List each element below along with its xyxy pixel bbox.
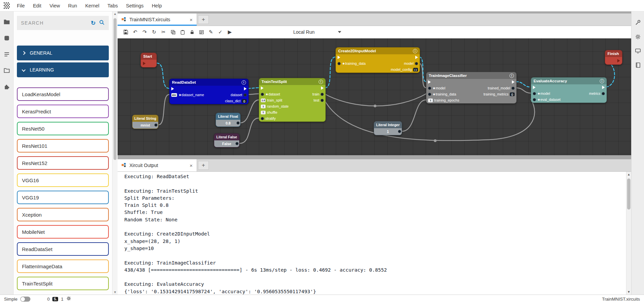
- port-flow-in[interactable]: [261, 86, 264, 90]
- xircuits-canvas[interactable]: Start Literal String mnist ReadDataSeti …: [118, 38, 631, 155]
- component-item[interactable]: MobileNet: [17, 225, 109, 239]
- notebook-icon[interactable]: [635, 62, 641, 70]
- port-flow-out[interactable]: [244, 87, 247, 90]
- port-type-dict[interactable]: {}: [510, 92, 515, 96]
- info-icon[interactable]: i: [319, 80, 323, 84]
- tab-trainmnist[interactable]: TrainMNIST.xircuits ×: [118, 13, 197, 26]
- node-create2dinputmodel[interactable]: Create2DInputModeli ★training_data model…: [336, 47, 420, 73]
- search-input[interactable]: SEARCH ↻: [17, 16, 109, 30]
- port-flow-out[interactable]: [143, 62, 146, 65]
- redo-icon[interactable]: ↷: [140, 27, 149, 37]
- port-flow-in[interactable]: [171, 87, 174, 90]
- port-type-tuple[interactable]: ( ): [413, 68, 418, 72]
- run-type-dropdown[interactable]: Local Run: [292, 29, 343, 35]
- file-browser-icon[interactable]: [3, 18, 10, 26]
- component-item[interactable]: ResNet152: [17, 156, 109, 170]
- save-icon[interactable]: [121, 27, 130, 37]
- port-in[interactable]: [261, 117, 264, 120]
- component-item[interactable]: VGG16: [17, 173, 109, 187]
- component-item[interactable]: ResNet50: [17, 122, 109, 135]
- scrollbar-thumb[interactable]: [627, 178, 630, 210]
- component-item[interactable]: KerasPredict: [17, 105, 109, 118]
- port-out[interactable]: [154, 123, 157, 127]
- new-tab-button[interactable]: +: [198, 161, 209, 170]
- component-item[interactable]: ReadDataSet: [17, 242, 109, 256]
- node-finish[interactable]: Finish: [605, 50, 622, 65]
- log-icon[interactable]: [197, 27, 206, 37]
- menu-item[interactable]: Run: [64, 0, 81, 11]
- tab-xircuit-output[interactable]: Xircuit Output ×: [118, 159, 197, 171]
- port-out[interactable]: [237, 121, 240, 125]
- port-out[interactable]: [244, 93, 247, 97]
- search-icon[interactable]: [99, 20, 105, 27]
- menu-item[interactable]: File: [13, 0, 29, 11]
- reload-icon[interactable]: ↻: [149, 27, 159, 37]
- node-traintestsplit[interactable]: TrainTestSpliti ★dataset train 1.0train_…: [259, 78, 326, 122]
- edit-icon[interactable]: ✎: [206, 27, 216, 37]
- port-flow-in[interactable]: [428, 80, 431, 84]
- scroll-down-icon[interactable]: ▼: [626, 290, 631, 294]
- console-scrollbar[interactable]: ▲ ▼: [626, 172, 631, 295]
- node-trainimageclassifier[interactable]: TrainImageClassifieri ★model trained_mod…: [426, 72, 517, 104]
- port-out[interactable]: [321, 99, 324, 102]
- xircuits-browser-icon[interactable]: [3, 67, 10, 74]
- paste-icon[interactable]: [178, 27, 187, 37]
- port-out[interactable]: [236, 142, 239, 145]
- left-panel-scrollbar[interactable]: ▲ ▼: [112, 11, 118, 295]
- node-evaluateaccuracy[interactable]: EvaluateAccuracyi ★model metrics ★eval_d…: [531, 77, 607, 103]
- port-out[interactable]: [321, 93, 324, 96]
- menu-item[interactable]: View: [45, 0, 64, 11]
- menu-item[interactable]: Help: [148, 0, 166, 11]
- port-flow-out[interactable]: [602, 86, 605, 89]
- scroll-up-icon[interactable]: ▲: [113, 12, 118, 16]
- port-flow-out[interactable]: [321, 86, 324, 90]
- node-readdataset[interactable]: ReadDataSeti abc★dataset_name dataset cl…: [169, 79, 249, 104]
- info-icon[interactable]: i: [242, 80, 246, 85]
- info-icon[interactable]: i: [510, 74, 514, 78]
- component-item[interactable]: Xception: [17, 208, 109, 221]
- close-icon[interactable]: ×: [190, 163, 193, 168]
- port-flow-in[interactable]: [617, 59, 620, 62]
- port-in[interactable]: [261, 93, 264, 96]
- node-literal-integer[interactable]: Literal Integer 1: [374, 121, 402, 135]
- output-console[interactable]: Executing: ReadDataSetExecuting: TrainTe…: [118, 172, 631, 295]
- node-literal-false[interactable]: Literal False False: [214, 133, 240, 147]
- port-out[interactable]: [398, 130, 401, 133]
- port-in[interactable]: [338, 62, 341, 65]
- table-of-contents-icon[interactable]: [3, 51, 10, 58]
- menu-item[interactable]: Settings: [122, 0, 148, 11]
- copy-icon[interactable]: [168, 27, 178, 37]
- undo-icon[interactable]: ↶: [130, 27, 140, 37]
- component-item[interactable]: FlattenImageData: [17, 259, 109, 273]
- port-in[interactable]: [533, 98, 536, 101]
- section-learning[interactable]: LEARNING: [17, 62, 109, 77]
- port-flow-out[interactable]: [512, 80, 515, 84]
- new-tab-button[interactable]: +: [198, 15, 209, 24]
- component-item[interactable]: LoadKerasModel: [17, 87, 109, 101]
- compile-check-icon[interactable]: ✓: [216, 27, 225, 37]
- menu-item[interactable]: Kernel: [81, 0, 103, 11]
- port-in[interactable]: [428, 87, 431, 90]
- menu-item[interactable]: Edit: [29, 0, 45, 11]
- tools-icon[interactable]: [635, 20, 641, 27]
- cut-icon[interactable]: ✂: [159, 27, 168, 37]
- close-icon[interactable]: ×: [190, 17, 193, 23]
- monitor-icon[interactable]: [635, 48, 641, 55]
- running-terminals-icon[interactable]: [3, 34, 10, 42]
- component-item[interactable]: TrainTestSplit: [17, 277, 109, 290]
- port-in[interactable]: [533, 92, 536, 95]
- panel-divider[interactable]: [118, 155, 631, 159]
- port-out[interactable]: [512, 87, 515, 90]
- run-icon[interactable]: ▶: [225, 27, 234, 37]
- lock-icon[interactable]: [187, 27, 197, 37]
- node-literal-string[interactable]: Literal String mnist: [132, 115, 158, 129]
- menu-item[interactable]: Tabs: [103, 0, 122, 11]
- info-icon[interactable]: i: [413, 49, 417, 53]
- port-in[interactable]: [428, 93, 431, 96]
- extensions-icon[interactable]: [3, 83, 10, 90]
- info-icon[interactable]: i: [600, 79, 604, 83]
- component-item[interactable]: ResNet101: [17, 139, 109, 153]
- scroll-up-icon[interactable]: ▲: [626, 173, 631, 176]
- settings-gear-icon[interactable]: [635, 34, 641, 41]
- port-flow-out[interactable]: [415, 56, 418, 59]
